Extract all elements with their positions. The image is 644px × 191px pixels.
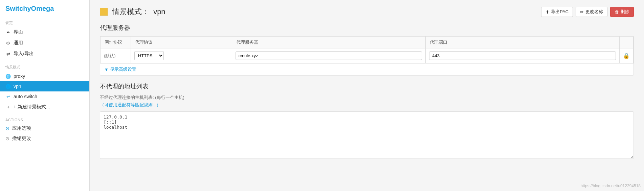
- rename-icon: ✏: [580, 9, 584, 15]
- sidebar-item-general-label: 通用: [14, 40, 23, 46]
- sidebar-item-import-export[interactable]: ⇄ 导入/导出: [0, 48, 89, 59]
- brand-title: SwitchyOmega: [0, 0, 89, 16]
- sidebar-item-new-profile[interactable]: ＋ + 新建情景模式...: [0, 102, 89, 112]
- proxy-port-cell: [426, 48, 620, 63]
- apply-icon: ⊙: [5, 126, 9, 131]
- actions-label: ACTIONS: [0, 114, 89, 123]
- proxy-server-cell: [232, 48, 426, 63]
- proxy-table-row: (默认) HTTP HTTPS SOCKS4 SOCKS5: [101, 48, 634, 63]
- settings-section: 设定 ✒ 界面 ⚙ 通用 ⇄ 导入/导出: [0, 16, 89, 59]
- revert-changes-button[interactable]: ⊙ 撤销更改: [0, 133, 89, 144]
- apply-options-label: 应用选项: [12, 125, 31, 131]
- gear-icon: ⚙: [5, 41, 11, 46]
- pencil-icon: ✒: [5, 30, 11, 35]
- settings-section-label: 设定: [0, 16, 89, 27]
- no-proxy-textarea[interactable]: [100, 111, 634, 159]
- page-title: 情景模式： vpn: [112, 7, 165, 17]
- sidebar-item-vpn[interactable]: 🌐 vpn: [0, 81, 89, 91]
- sidebar-item-new-profile-label: + 新建情景模式...: [14, 104, 50, 110]
- sidebar-item-auto-switch-label: auto switch: [14, 94, 37, 99]
- proxy-server-section: 代理服务器 网址协议 代理协议 代理服务器 代理端口 (默认): [100, 24, 634, 76]
- proxy-server-input[interactable]: [236, 51, 422, 60]
- main-content: 情景模式： vpn ⬆ 导出PAC ✏ 更改名称 🗑 删除 代理服务器: [90, 0, 644, 191]
- sidebar-item-proxy[interactable]: 🌐 proxy: [0, 71, 89, 81]
- profiles-section: 情景模式 🌐 proxy 🌐 vpn ⇌ auto switch ＋ + 新建情…: [0, 61, 89, 112]
- proxy-port-input[interactable]: [429, 51, 616, 60]
- proxy-protocol-select-wrap: HTTP HTTPS SOCKS4 SOCKS5: [134, 51, 228, 60]
- rename-button[interactable]: ✏ 更改名称: [576, 7, 607, 17]
- lock-cell: 🔒: [620, 48, 634, 63]
- wildcard-link[interactable]: （可使用通配符等匹配规则...）: [100, 102, 161, 108]
- chevron-down-icon: ▼: [104, 67, 109, 72]
- apply-options-button[interactable]: ⊙ 应用选项: [0, 123, 89, 133]
- col-proxy-port: 代理端口: [426, 37, 620, 48]
- proxy-protocol-select[interactable]: HTTP HTTPS SOCKS4 SOCKS5: [134, 51, 164, 60]
- export-icon: ⬆: [546, 9, 549, 15]
- col-url-protocol: 网址协议: [101, 37, 131, 48]
- col-lock: [620, 37, 634, 48]
- delete-button[interactable]: 🗑 删除: [610, 7, 634, 17]
- no-proxy-section: 不代理的地址列表 不经过代理连接的主机列表: (每行一个主机) （可使用通配符等…: [100, 82, 634, 160]
- import-export-icon: ⇄: [5, 51, 11, 57]
- sidebar-item-general[interactable]: ⚙ 通用: [0, 38, 89, 48]
- sidebar: SwitchyOmega 设定 ✒ 界面 ⚙ 通用 ⇄ 导入/导出 情景模式 🌐…: [0, 0, 90, 191]
- revert-changes-label: 撤销更改: [12, 135, 31, 142]
- sidebar-item-ui-label: 界面: [14, 29, 23, 35]
- proxy-table: 网址协议 代理协议 代理服务器 代理端口 (默认) HTTP: [100, 36, 634, 63]
- profile-color-icon: [100, 8, 108, 16]
- page-title-area: 情景模式： vpn: [100, 7, 165, 17]
- sidebar-item-import-export-label: 导入/导出: [14, 51, 34, 57]
- url-protocol-cell: (默认): [101, 48, 131, 63]
- actions-section: ACTIONS ⊙ 应用选项 ⊙ 撤销更改: [0, 114, 89, 144]
- globe-icon-vpn: 🌐: [5, 84, 11, 89]
- plus-icon: ＋: [5, 104, 11, 110]
- sidebar-item-proxy-label: proxy: [14, 73, 25, 79]
- proxy-card: 网址协议 代理协议 代理服务器 代理端口 (默认) HTTP: [100, 36, 634, 76]
- proxy-protocol-cell: HTTP HTTPS SOCKS4 SOCKS5: [131, 48, 232, 63]
- sidebar-item-vpn-label: vpn: [14, 84, 21, 89]
- export-pac-button[interactable]: ⬆ 导出PAC: [541, 7, 573, 17]
- header-actions: ⬆ 导出PAC ✏ 更改名称 🗑 删除: [541, 7, 634, 17]
- no-proxy-section-title: 不代理的地址列表: [100, 82, 634, 90]
- show-advanced-button[interactable]: ▼ 显示高级设置: [100, 63, 634, 75]
- proxy-section-title: 代理服务器: [100, 24, 634, 32]
- page-header: 情景模式： vpn ⬆ 导出PAC ✏ 更改名称 🗑 删除: [100, 7, 634, 17]
- lock-icon: 🔒: [623, 53, 630, 59]
- sidebar-item-ui[interactable]: ✒ 界面: [0, 27, 89, 38]
- sidebar-item-auto-switch[interactable]: ⇌ auto switch: [0, 91, 89, 102]
- globe-icon-proxy: 🌐: [5, 74, 11, 79]
- proxy-table-header-row: 网址协议 代理协议 代理服务器 代理端口: [101, 37, 634, 48]
- col-proxy-server: 代理服务器: [232, 37, 426, 48]
- delete-icon: 🗑: [615, 9, 619, 15]
- no-proxy-description: 不经过代理连接的主机列表: (每行一个主机): [100, 94, 634, 101]
- col-proxy-protocol: 代理协议: [131, 37, 232, 48]
- revert-icon: ⊙: [5, 136, 9, 141]
- switch-icon: ⇌: [5, 94, 11, 99]
- profiles-section-label: 情景模式: [0, 61, 89, 71]
